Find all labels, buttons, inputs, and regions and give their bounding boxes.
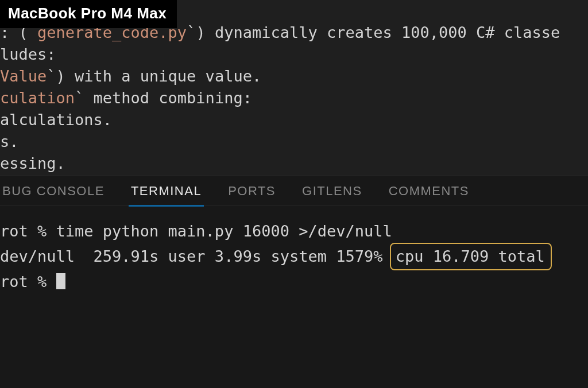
tab-terminal[interactable]: TERMINAL xyxy=(129,177,204,205)
terminal-prompt-line: rot % xyxy=(0,270,588,293)
tab-ports[interactable]: PORTS xyxy=(226,177,278,205)
terminal-text: dev/null 259.91s user 3.99s system 1579% xyxy=(0,247,392,265)
text-fragment: essing. xyxy=(0,154,65,172)
tab-debug-console[interactable]: BUG CONSOLE xyxy=(0,177,107,205)
editor-line: alculations. xyxy=(0,109,588,131)
code-token: Value xyxy=(0,67,47,85)
text-fragment: `) dynamically creates 100,000 C# classe xyxy=(187,24,560,41)
panel-tab-bar: BUG CONSOLE TERMINAL PORTS GITLENS COMME… xyxy=(0,176,588,206)
text-fragment: ` method combining: xyxy=(75,89,252,107)
terminal-cursor xyxy=(56,273,65,289)
text-fragment: `) with a unique value. xyxy=(47,67,261,85)
tab-gitlens[interactable]: GITLENS xyxy=(300,177,365,205)
terminal-prompt: rot % xyxy=(0,273,56,290)
terminal-output[interactable]: rot % time python main.py 16000 >/dev/nu… xyxy=(0,206,588,293)
tab-comments[interactable]: COMMENTS xyxy=(386,177,471,205)
text-fragment: ludes: xyxy=(0,45,56,63)
text-fragment: s. xyxy=(0,133,19,150)
text-fragment: alculations. xyxy=(0,111,112,129)
terminal-text: rot % time python main.py 16000 >/dev/nu… xyxy=(0,222,392,240)
editor-line: s. xyxy=(0,131,588,153)
editor-line: essing. xyxy=(0,153,588,174)
terminal-line: dev/null 259.91s user 3.99s system 1579%… xyxy=(0,243,588,270)
editor-line: ludes: xyxy=(0,44,588,65)
terminal-line: rot % time python main.py 16000 >/dev/nu… xyxy=(0,220,588,243)
overlay-badge: MacBook Pro M4 Max xyxy=(0,0,177,28)
code-token: culation xyxy=(0,89,75,107)
editor-line: culation` method combining: xyxy=(0,87,588,109)
bottom-panel: BUG CONSOLE TERMINAL PORTS GITLENS COMME… xyxy=(0,176,588,388)
editor-line: Value`) with a unique value. xyxy=(0,65,588,87)
highlight-annotation: cpu 16.709 total xyxy=(390,243,552,270)
